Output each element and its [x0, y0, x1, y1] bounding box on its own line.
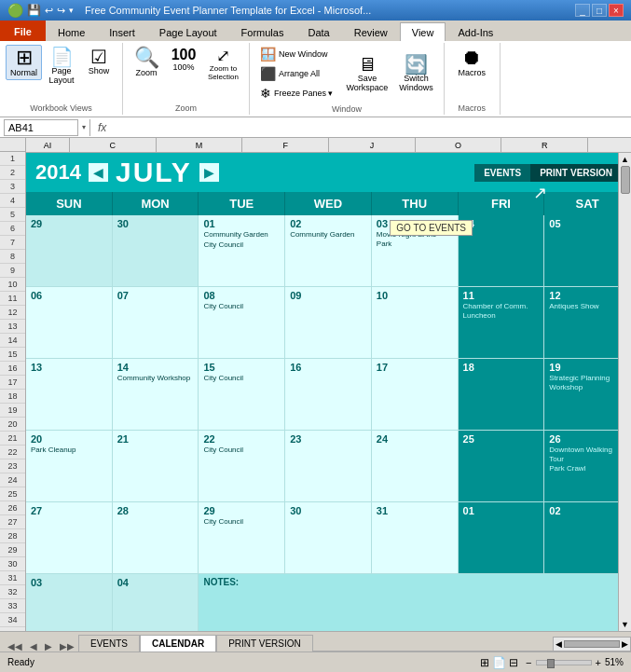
tab-calendar[interactable]: CALENDAR	[140, 635, 216, 651]
arrange-all-btn[interactable]: ⬛ Arrange All	[255, 64, 338, 83]
tab-insert[interactable]: Insert	[97, 22, 147, 41]
sheet-tab-nav-next[interactable]: ▶	[41, 641, 56, 651]
cal-cell-w5-d5[interactable]: 31	[372, 502, 459, 574]
sheet-tab-nav-last[interactable]: ▶▶	[56, 641, 78, 651]
formula-input[interactable]	[114, 119, 627, 136]
quick-access-arrow[interactable]: ▾	[69, 6, 74, 15]
hscroll-thumb[interactable]	[564, 640, 620, 648]
switch-windows-btn[interactable]: 🔄 SwitchWindows	[394, 45, 438, 103]
cal-cell-w1-d2[interactable]: 30	[113, 215, 199, 287]
row-num-12: 12	[0, 306, 25, 320]
cal-cell-w2-d1[interactable]: 06	[26, 287, 113, 359]
cal-cell-w4-d1[interactable]: 20Park Cleanup	[26, 431, 113, 502]
cal-cell-w4-d4[interactable]: 23	[285, 431, 372, 502]
macros-btn[interactable]: ⏺ Macros	[454, 45, 491, 80]
new-window-btn[interactable]: 🪟 New Window	[255, 45, 338, 63]
zoom-selection-btn[interactable]: ⤢ Zoom toSelection	[203, 45, 243, 84]
name-box-arrow[interactable]: ▾	[82, 123, 86, 131]
quick-redo[interactable]: ↪	[57, 5, 65, 17]
cal-cell-w3-d5[interactable]: 17	[372, 359, 459, 431]
zoom-slider-thumb[interactable]	[547, 659, 555, 668]
close-btn[interactable]: ×	[609, 4, 624, 17]
cal-cell-w2-d4[interactable]: 09	[285, 287, 372, 359]
cal-cell-w4-d2[interactable]: 21	[113, 431, 199, 502]
cal-date: 11	[463, 290, 474, 301]
cal-cell-w2-d3[interactable]: 08City Council	[199, 287, 285, 359]
cal-cell-w3-d3[interactable]: 15City Council	[199, 359, 285, 431]
cal-cell-w4-d6[interactable]: 25	[459, 431, 545, 502]
cal-cell-w3-d4[interactable]: 16	[285, 359, 372, 431]
save-workspace-btn[interactable]: 🖥 SaveWorkspace	[341, 45, 392, 103]
zoom-100-btn[interactable]: 100 100%	[166, 45, 201, 75]
vertical-scrollbar[interactable]: ▲ ▼	[618, 153, 631, 631]
cal-cell-w2-d6[interactable]: 11Chamber of Comm. Luncheon	[459, 287, 545, 359]
tab-page-layout[interactable]: Page Layout	[147, 22, 229, 41]
normal-view-btn[interactable]: ⊞ Normal	[6, 45, 42, 80]
cal-cell-w6-d1[interactable]: 03	[26, 574, 113, 631]
tab-file[interactable]: File	[0, 21, 46, 41]
cal-cell-w4-d5[interactable]: 24	[372, 431, 459, 502]
cal-cell-w6-d2[interactable]: 04	[113, 574, 199, 631]
tab-print-version[interactable]: PRINT VERSION	[216, 635, 313, 651]
zoom-btn[interactable]: 🔍 Zoom	[129, 45, 164, 80]
tab-events[interactable]: EVENTS	[78, 635, 140, 651]
tab-data[interactable]: Data	[295, 22, 341, 41]
cal-cell-w5-d3[interactable]: 29City Council	[199, 502, 285, 574]
cal-cell-w3-d1[interactable]: 13	[26, 359, 113, 431]
page-layout-btn[interactable]: 📄 PageLayout	[44, 45, 79, 88]
cal-cell-w2-d2[interactable]: 07	[113, 287, 199, 359]
cal-cell-w4-d3[interactable]: 22City Council	[199, 431, 285, 502]
scroll-down-arrow[interactable]: ▼	[621, 620, 629, 629]
tab-formulas[interactable]: Formulas	[229, 22, 296, 41]
row-num-14: 14	[0, 334, 25, 348]
fx-label: fx	[94, 121, 110, 134]
tab-review[interactable]: Review	[342, 22, 400, 41]
cal-cell-w3-d2[interactable]: 14Community Workshop	[113, 359, 199, 431]
sheet-tab-nav[interactable]: ◀◀	[4, 641, 26, 651]
cal-cell-w5-d1[interactable]: 27	[26, 502, 113, 574]
view-preview-icon[interactable]: ⊟	[509, 656, 518, 669]
cal-cell-w2-d5[interactable]: 10	[372, 287, 459, 359]
cal-cell-w1-d4[interactable]: 02Community Garden	[285, 215, 372, 287]
zoom-slider-track[interactable]	[536, 660, 592, 665]
show-btn[interactable]: ☑ Show	[81, 45, 117, 78]
maximize-btn[interactable]: □	[592, 4, 607, 17]
row-num-4: 4	[0, 194, 25, 208]
sheet-tab-nav-prev[interactable]: ◀	[26, 641, 41, 651]
quick-save[interactable]: 💾	[27, 4, 41, 17]
hscroll-left[interactable]: ◀	[556, 639, 562, 649]
events-link[interactable]: EVENTS	[474, 164, 530, 182]
hscroll-right[interactable]: ▶	[622, 639, 628, 649]
show-icon: ☑	[90, 48, 107, 66]
view-layout-icon[interactable]: 📄	[492, 656, 506, 669]
scroll-thumb[interactable]	[621, 166, 630, 194]
prev-month-btn[interactable]: ◀	[89, 163, 108, 182]
minimize-btn[interactable]: _	[575, 4, 590, 17]
cal-cell-w3-d6[interactable]: 18	[459, 359, 545, 431]
cal-cell-w5-d4[interactable]: 30	[285, 502, 372, 574]
freeze-panes-btn[interactable]: ❄ Freeze Panes ▾	[255, 84, 338, 103]
tab-addins[interactable]: Add-Ins	[446, 22, 505, 41]
cal-cell-w5-d2[interactable]: 28	[113, 502, 199, 574]
zoom-in-btn[interactable]: +	[596, 657, 601, 668]
tab-view[interactable]: View	[400, 22, 446, 41]
view-normal-icon[interactable]: ⊞	[480, 656, 489, 669]
cal-cell-w1-d3[interactable]: 01Community GardenCity Council	[199, 215, 285, 287]
day-header-thu: THU	[372, 192, 459, 215]
cal-cell-notes[interactable]: NOTES:	[199, 574, 631, 631]
next-month-btn[interactable]: ▶	[199, 163, 219, 182]
print-version-link[interactable]: PRINT VERSION	[530, 164, 622, 182]
quick-undo[interactable]: ↩	[45, 5, 53, 17]
cal-event: Community Workshop	[117, 374, 194, 383]
day-header-tue: TUE	[199, 192, 285, 215]
calendar-month: JULY	[116, 157, 192, 188]
cal-date: 26	[549, 433, 560, 445]
cal-cell-w1-d1[interactable]: 29	[26, 215, 113, 287]
zoom-out-btn[interactable]: −	[526, 657, 531, 668]
tab-home[interactable]: Home	[46, 22, 97, 41]
cal-cell-w5-d6[interactable]: 01	[459, 502, 545, 574]
horizontal-scrollbar[interactable]: ◀ ▶	[553, 637, 631, 651]
zoom-100-icon: 100	[171, 48, 197, 62]
name-box[interactable]: AB41	[4, 119, 78, 136]
scroll-up-arrow[interactable]: ▲	[621, 155, 629, 164]
